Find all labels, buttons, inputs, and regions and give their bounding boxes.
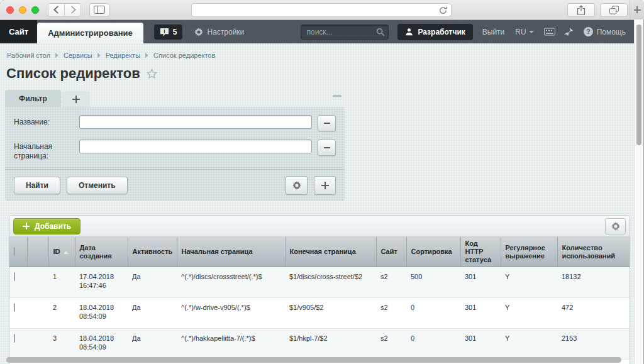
cell-id: 3 [48, 329, 75, 360]
share-icon [577, 5, 586, 15]
cell-active: Да [128, 329, 177, 360]
column-header-usage-count[interactable]: Количество использований [557, 237, 630, 267]
breadcrumb-redirect-list[interactable]: Список редиректов [153, 52, 215, 59]
cell-http-code: 301 [460, 329, 501, 360]
filter-panel: Название: Начальная страница: Найти Отме… [5, 107, 345, 201]
column-header-id[interactable]: ID [48, 237, 75, 267]
language-label: RU [515, 28, 526, 36]
forward-button[interactable] [64, 4, 80, 16]
cell-http-code: 301 [460, 298, 501, 329]
search-icon[interactable] [376, 28, 385, 36]
breadcrumb-services[interactable]: Сервисы [64, 52, 92, 59]
grid-toolbar: Добавить [9, 216, 630, 237]
traffic-lights [6, 6, 39, 14]
cell-start-page: ^(.*)/w-drive-v905/(.*)$ [177, 298, 285, 329]
favorite-star-icon[interactable] [147, 69, 157, 79]
table-row: 2 18.04.2018 08:54:09 Да ^(.*)/w-drive-v… [9, 298, 630, 329]
address-bar[interactable] [191, 3, 452, 17]
help-menu[interactable]: ? Помощь [584, 27, 626, 36]
question-circle-icon: ? [584, 27, 593, 36]
add-filter-field-button[interactable] [314, 176, 336, 195]
column-header-site[interactable]: Сайт [376, 237, 406, 267]
table-row: 1 17.04.2018 16:47:46 Да ^(.*)/discs/cro… [9, 267, 630, 298]
column-header-http-code[interactable]: Код HTTP статуса [460, 237, 501, 267]
tabs-overview-button[interactable] [600, 3, 628, 17]
user-label: Разработчик [418, 28, 465, 36]
grid-settings-button[interactable] [605, 218, 626, 234]
table-row: 3 18.04.2018 08:54:09 Да ^(.*)/hakkapeli… [9, 329, 630, 360]
pushpin-icon [564, 27, 574, 36]
logout-link[interactable]: Выйти [482, 28, 505, 36]
cancel-button[interactable]: Отменить [67, 177, 128, 194]
chevron-right-icon [68, 6, 76, 14]
remove-start-page-field-button[interactable] [318, 140, 336, 156]
history-nav [48, 3, 81, 17]
close-window-button[interactable] [6, 6, 14, 14]
collapse-filter-button[interactable] [333, 95, 341, 97]
row-checkbox[interactable] [14, 334, 15, 343]
search-input[interactable] [301, 25, 389, 40]
hotkeys-button[interactable] [544, 28, 555, 36]
filter-settings-button[interactable] [286, 176, 308, 195]
column-header-regex[interactable]: Регулярное выражение [501, 237, 557, 267]
horizontal-scrollbar[interactable] [6, 357, 629, 363]
breadcrumb-desktop[interactable]: Рабочий стол [7, 52, 50, 59]
info-bubble-icon: i [160, 28, 169, 36]
breadcrumb-arrow-icon [145, 53, 148, 58]
settings-menu[interactable]: Настройки [194, 28, 244, 36]
cell-regex: Y [501, 298, 557, 329]
column-header-active[interactable]: Активность [128, 237, 177, 267]
user-menu-button[interactable]: Разработчик [397, 24, 472, 40]
breadcrumb-redirects[interactable]: Редиректы [106, 52, 140, 59]
minimize-window-button[interactable] [19, 6, 26, 14]
plus-icon [634, 6, 641, 13]
remove-name-field-button[interactable] [318, 115, 336, 131]
page-content: Рабочий стол Сервисы Редиректы Список ре… [0, 43, 635, 364]
redirect-table: ID Дата создания Активность Начальная ст… [9, 237, 630, 364]
vertical-scrollbar-thumb[interactable] [636, 25, 641, 145]
tabs-icon [609, 6, 619, 14]
vertical-scrollbar[interactable] [634, 19, 643, 364]
chrome-right-buttons [567, 3, 628, 17]
filter-name-label: Название: [14, 115, 79, 127]
find-button[interactable]: Найти [14, 177, 60, 194]
svg-text:i: i [164, 28, 165, 34]
language-dropdown[interactable]: RU [515, 28, 533, 36]
plus-icon [321, 182, 329, 189]
cell-sort: 500 [406, 267, 460, 298]
cell-end-page: $1/v905/$2 [285, 298, 376, 329]
gear-icon [292, 181, 301, 190]
horizontal-scrollbar-thumb[interactable] [6, 357, 621, 363]
column-header-created[interactable]: Дата создания [75, 237, 128, 267]
cell-site: s2 [376, 298, 406, 329]
back-button[interactable] [48, 4, 64, 16]
browser-window: Сайт Администрирование i 5 Настройки Раз… [0, 0, 644, 364]
notifications-badge[interactable]: i 5 [154, 25, 183, 40]
reload-button[interactable] [439, 6, 447, 14]
tab-site[interactable]: Сайт [0, 20, 37, 43]
column-header-start-page[interactable]: Начальная страница [177, 237, 285, 267]
new-tab-button[interactable] [630, 0, 644, 19]
cell-regex: Y [501, 267, 557, 298]
add-filter-tab-button[interactable] [62, 91, 90, 107]
filter-section: Фильтр Название: Начальная страница: Най… [5, 90, 345, 201]
topbar-search [301, 25, 389, 40]
filter-start-page-input[interactable] [79, 140, 312, 153]
row-checkbox[interactable] [14, 272, 15, 281]
zoom-window-button[interactable] [31, 6, 39, 14]
breadcrumb-arrow-icon [55, 53, 58, 58]
share-button[interactable] [567, 3, 595, 17]
filter-tab[interactable]: Фильтр [5, 90, 61, 107]
notifications-count: 5 [173, 28, 177, 36]
select-all-checkbox[interactable] [14, 247, 15, 256]
pin-panel-button[interactable] [564, 27, 574, 36]
user-icon [405, 28, 413, 36]
column-header-sort[interactable]: Сортировка [406, 237, 460, 267]
add-redirect-button[interactable]: Добавить [13, 218, 80, 234]
filter-name-input[interactable] [79, 115, 312, 129]
tab-administration[interactable]: Администрирование [37, 23, 143, 43]
row-checkbox[interactable] [14, 303, 15, 312]
cell-regex: Y [501, 329, 557, 360]
column-header-end-page[interactable]: Конечная страница [285, 237, 376, 267]
sidebar-toggle-button[interactable] [89, 3, 109, 17]
